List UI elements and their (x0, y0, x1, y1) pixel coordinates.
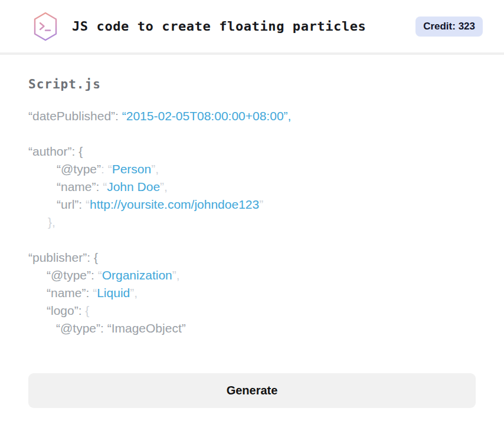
code-line: “logo”: { (28, 302, 476, 320)
code-segment-val: Organization (102, 268, 172, 282)
code-line (28, 231, 476, 249)
code-segment-punct: ”, (151, 162, 159, 176)
code-segment-key: “url”: (57, 198, 86, 211)
code-line: “@type”: “Organization”, (28, 266, 476, 284)
code-line: “url”: “http://yoursite.com/johndoe123” (28, 196, 476, 213)
code-line: “@type”: “ImageObject” (28, 320, 476, 337)
code-line: “publisher”: { (28, 249, 476, 266)
code-segment-punct: ”, (172, 268, 180, 282)
code-segment-punct: }, (48, 215, 55, 229)
code-segment-key: “@type”: (47, 268, 98, 282)
script-filename: Script.js (28, 77, 476, 91)
code-segment-val: John Doe (107, 180, 160, 193)
code-segment-key: “@type” (57, 162, 101, 176)
credit-badge: Credit: 323 (415, 17, 483, 37)
code-block: “datePublished”: “2015-02-05T08:00:00+08… (28, 107, 476, 337)
terminal-prompt-hexagon-icon (32, 12, 58, 41)
code-line (28, 125, 476, 143)
code-segment-key: “@type”: “ImageObject” (56, 321, 186, 335)
code-segment-punct: “ (98, 268, 102, 282)
code-line: “name”: “Liquid”, (28, 284, 476, 302)
generate-button[interactable]: Generate (28, 373, 476, 408)
content-area: Script.js “datePublished”: “2015-02-05T0… (0, 77, 504, 408)
code-line: “@type”: “Person”, (28, 160, 476, 178)
code-segment-key: “publisher”: { (28, 251, 98, 264)
code-segment-val: Liquid (97, 286, 130, 300)
code-segment-val: “2015-02-05T08:00:00+08:00”, (122, 109, 292, 123)
code-segment-punct: ”, (160, 180, 168, 193)
code-segment-val: http://yoursite.com/johndoe123 (90, 198, 259, 211)
code-line: “name”: “John Doe”, (28, 178, 476, 196)
code-segment-punct: “ (86, 198, 90, 211)
code-segment-punct: : “ (101, 162, 112, 176)
code-segment-key: “author”: { (28, 144, 83, 158)
code-line: “datePublished”: “2015-02-05T08:00:00+08… (28, 107, 476, 125)
app-header: JS code to create floating particles Cre… (0, 0, 504, 55)
code-line: “author”: { (28, 143, 476, 160)
code-segment-punct: ” (259, 198, 263, 211)
code-segment-punct: { (85, 304, 89, 317)
code-segment-punct: ”, (130, 286, 138, 300)
code-segment-val: Person (112, 162, 152, 176)
app-window: JS code to create floating particles Cre… (0, 0, 504, 408)
code-segment-key: “name”: (47, 286, 93, 300)
code-segment-key: “name”: (57, 180, 103, 193)
page-title: JS code to create floating particles (72, 19, 366, 34)
code-segment-key: “datePublished”: (28, 109, 122, 123)
code-segment-key: “logo”: (47, 304, 85, 317)
code-line: }, (28, 213, 476, 231)
